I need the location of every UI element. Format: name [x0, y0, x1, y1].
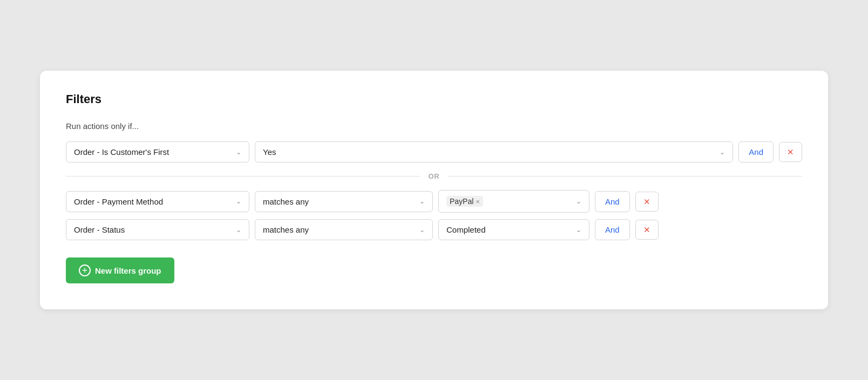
filter-select-group2-row2[interactable]: Order - Status ⌄: [66, 219, 249, 240]
or-label: OR: [429, 172, 440, 180]
subtitle-text: Run actions only if...: [66, 121, 802, 131]
filter-row-group2-row1: Order - Payment Method ⌄ matches any ⌄ P…: [66, 190, 802, 213]
filter-select-group2-row2-label: Order - Status: [74, 225, 125, 234]
condition-select-group2-row1-label: matches any: [263, 197, 309, 206]
value-select-group1-label: Yes: [263, 147, 276, 157]
condition-select-group2-row2[interactable]: matches any ⌄: [255, 219, 433, 240]
value-select-group1[interactable]: Yes ⌄: [255, 141, 733, 162]
filter-select-group2-row1[interactable]: Order - Payment Method ⌄: [66, 191, 249, 212]
and-button-group1[interactable]: And: [738, 141, 774, 162]
filters-card: Filters Run actions only if... Order - I…: [40, 71, 828, 309]
filter-row-group2-row2: Order - Status ⌄ matches any ⌄ Completed…: [66, 219, 802, 240]
filter-select-group2-row2-chevron: ⌄: [236, 226, 241, 234]
tag-container-group2-row1: PayPal ×: [446, 196, 483, 207]
and-button-group2-row1[interactable]: And: [595, 191, 630, 212]
tag-paypal-close[interactable]: ×: [476, 198, 480, 206]
or-divider: OR: [66, 172, 802, 180]
filter-select-group2-row1-label: Order - Payment Method: [74, 197, 163, 206]
value-select-group2-row1-chevron: ⌄: [576, 198, 581, 205]
plus-icon: +: [79, 264, 91, 276]
delete-button-group1[interactable]: ✕: [779, 142, 802, 162]
delete-button-group2-row1[interactable]: ✕: [635, 192, 659, 212]
value-select-group2-row2-chevron: ⌄: [576, 226, 581, 234]
tag-paypal: PayPal ×: [446, 196, 483, 207]
filter-select-group1-label: Order - Is Customer's First: [74, 147, 169, 157]
value-select-group2-row1[interactable]: PayPal × ⌄: [438, 190, 589, 213]
filter-select-group2-row1-chevron: ⌄: [236, 198, 241, 205]
new-filters-group-label: New filters group: [95, 266, 161, 275]
condition-select-group2-row1-chevron: ⌄: [419, 198, 425, 205]
and-button-group2-row2[interactable]: And: [595, 219, 630, 240]
condition-select-group2-row2-label: matches any: [263, 225, 309, 234]
filter-select-group1[interactable]: Order - Is Customer's First ⌄: [66, 141, 249, 162]
delete-button-group2-row2[interactable]: ✕: [635, 220, 659, 240]
tag-paypal-label: PayPal: [450, 197, 473, 206]
filter-row-group1: Order - Is Customer's First ⌄ Yes ⌄ And …: [66, 141, 802, 162]
condition-select-group2-row1[interactable]: matches any ⌄: [255, 191, 433, 212]
page-title: Filters: [66, 92, 802, 106]
filter-select-group1-chevron: ⌄: [236, 148, 241, 156]
new-filters-group-button[interactable]: + New filters group: [66, 257, 174, 283]
value-select-group1-chevron: ⌄: [720, 148, 725, 156]
condition-select-group2-row2-chevron: ⌄: [419, 226, 425, 234]
value-select-group2-row2[interactable]: Completed ⌄: [438, 219, 589, 240]
value-select-group2-row2-label: Completed: [446, 225, 486, 234]
